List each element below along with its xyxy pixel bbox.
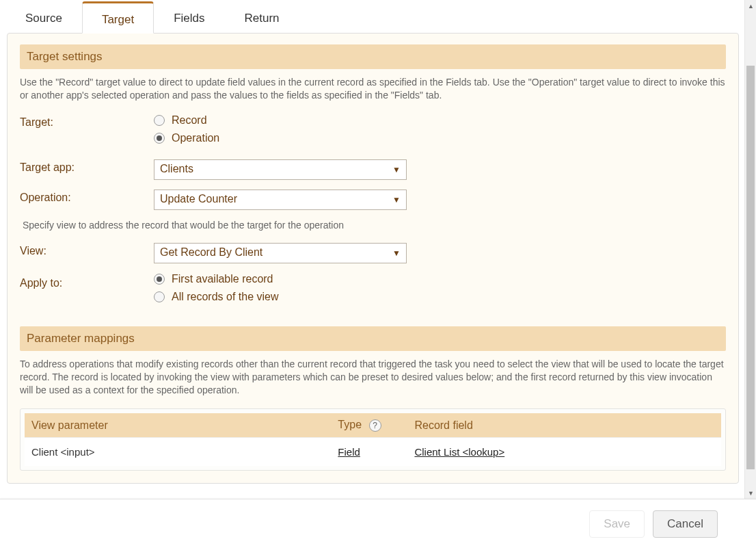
cell-record-field-link[interactable]: Client List <lookup> — [414, 446, 504, 458]
content-region: Source Target Fields Return Target setti… — [0, 0, 744, 499]
save-button[interactable]: Save — [589, 510, 645, 538]
chevron-down-icon: ▼ — [392, 248, 401, 258]
col-header-view-parameter: View parameter — [25, 413, 331, 438]
radio-target-operation[interactable]: Operation — [154, 132, 219, 144]
param-mappings-table: View parameter Type ? Record field Clien… — [25, 413, 721, 466]
radio-label: All records of the view — [172, 291, 279, 303]
radio-dot-icon — [154, 115, 165, 126]
select-target-app[interactable]: Clients ▼ — [154, 159, 407, 180]
select-view[interactable]: Get Record By Client ▼ — [154, 243, 407, 263]
footer-bar: Save Cancel — [0, 499, 756, 548]
col-header-type: Type ? — [331, 413, 407, 438]
row-target-app: Target app: Clients ▼ — [20, 159, 726, 180]
radio-target-record[interactable]: Record — [154, 114, 219, 127]
row-operation: Operation: Update Counter ▼ — [20, 190, 726, 210]
row-target: Target: Record Operation — [20, 114, 726, 150]
tab-source[interactable]: Source — [5, 1, 82, 34]
label-operation: Operation: — [20, 190, 154, 204]
radio-label: First available record — [172, 273, 273, 285]
radio-label: Record — [172, 114, 207, 127]
tab-target[interactable]: Target — [82, 1, 154, 34]
tab-strip: Source Target Fields Return — [5, 0, 744, 33]
apply-to-radio-group: First available record All records of th… — [154, 273, 279, 309]
cell-view-parameter: Client <input> — [25, 438, 331, 467]
radio-apply-all[interactable]: All records of the view — [154, 291, 279, 303]
row-view: View: Get Record By Client ▼ — [20, 243, 726, 263]
target-settings-description: Use the "Record" target value to direct … — [20, 76, 726, 102]
select-value: Get Record By Client — [160, 246, 262, 258]
scroll-arrow-down-icon[interactable]: ▼ — [745, 487, 756, 499]
tab-return[interactable]: Return — [224, 1, 299, 34]
param-table-wrapper: View parameter Type ? Record field Clien… — [20, 408, 726, 471]
label-apply-to: Apply to: — [20, 273, 154, 289]
table-row: Client <input> Field Client List <lookup… — [25, 438, 721, 467]
chevron-down-icon: ▼ — [392, 165, 401, 174]
help-icon[interactable]: ? — [369, 419, 381, 432]
target-settings-header: Target settings — [20, 44, 726, 69]
label-target-app: Target app: — [20, 159, 154, 174]
select-value: Clients — [160, 163, 193, 174]
param-mappings-header: Parameter mappings — [20, 326, 726, 351]
tab-fields[interactable]: Fields — [154, 1, 224, 34]
label-target: Target: — [20, 114, 154, 129]
row-apply-to: Apply to: First available record All rec… — [20, 273, 726, 309]
radio-apply-first[interactable]: First available record — [154, 273, 279, 285]
param-mappings-description: To address operations that modify existi… — [20, 358, 726, 397]
chevron-down-icon: ▼ — [392, 195, 401, 205]
app-viewport: Source Target Fields Return Target setti… — [0, 0, 756, 548]
label-view: View: — [20, 243, 154, 257]
scrollbar-thumb[interactable] — [746, 66, 755, 469]
target-panel: Target settings Use the "Record" target … — [7, 33, 739, 484]
col-header-type-text: Type — [338, 419, 362, 430]
cell-type-link[interactable]: Field — [338, 446, 360, 458]
select-value: Update Counter — [160, 193, 237, 205]
scroll-arrow-up-icon[interactable]: ▲ — [745, 0, 756, 12]
radio-dot-icon — [154, 291, 165, 302]
radio-label: Operation — [172, 132, 219, 144]
col-header-record-field: Record field — [407, 413, 721, 438]
cancel-button[interactable]: Cancel — [653, 510, 718, 538]
select-operation[interactable]: Update Counter ▼ — [154, 190, 407, 210]
radio-dot-icon — [154, 133, 165, 144]
vertical-scrollbar[interactable]: ▲ ▼ — [744, 0, 756, 499]
target-radio-group: Record Operation — [154, 114, 219, 150]
radio-dot-icon — [154, 274, 165, 285]
view-hint: Specify view to address the record that … — [23, 220, 726, 231]
